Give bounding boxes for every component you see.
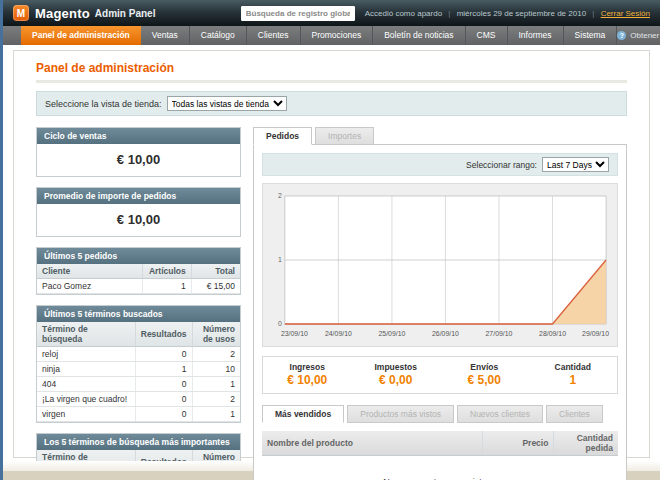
chart-panel: Seleccionar rango: Last 7 Days 01223/09/… (253, 144, 627, 480)
table-cell: 1 (143, 279, 192, 294)
total-label: Envíos (440, 362, 529, 372)
table-row: ninja110 (37, 362, 240, 377)
grid-tab-clientes[interactable]: Clientes (546, 405, 603, 423)
column-header-numero-de-usos: Número de usos (192, 322, 240, 347)
grid-tab-nuevos-clientes[interactable]: Nuevos clientes (457, 405, 543, 423)
column-header-termino-de-busqueda: Término de búsqueda (37, 322, 135, 347)
table-cell: Paco Gomez (37, 279, 143, 294)
svg-text:23/09/10: 23/09/10 (281, 330, 308, 337)
table-cell: virgen (37, 407, 135, 422)
nav-item-clientes[interactable]: Clientes (247, 26, 301, 45)
table-cell: € 15,00 (191, 279, 240, 294)
store-view-bar: Seleccione la vista de tienda: Todas las… (36, 91, 627, 116)
table-cell: 2 (192, 392, 240, 407)
nav-item-informes[interactable]: Informes (508, 26, 564, 45)
grid-tab-productos-mas-vistos[interactable]: Productos más vistos (347, 405, 454, 423)
table-cell: 0 (135, 377, 192, 392)
tab-pedidos[interactable]: Pedidos (253, 127, 312, 145)
table-row: virgen01 (37, 407, 240, 422)
total-value: € 5,00 (440, 373, 529, 387)
nav-item-sistema[interactable]: Sistema (564, 26, 618, 45)
empty-grid-message: No se encontraron registros. (262, 456, 618, 480)
last-search-terms-table: Término de búsquedaResultadosNúmero de u… (37, 322, 240, 422)
table-row: ¡La virgen que cuadro!02 (37, 392, 240, 407)
table-cell: 0 (135, 392, 192, 407)
nav-item-cms[interactable]: CMS (466, 26, 508, 45)
table-cell: reloj (37, 347, 135, 362)
column-header-total: Total (191, 264, 240, 279)
range-select[interactable]: Last 7 Days (542, 157, 609, 172)
global-search-input[interactable] (241, 6, 355, 21)
svg-text:29/09/10: 29/09/10 (582, 330, 609, 337)
lifetime-sales-title: Ciclo de ventas (37, 128, 240, 144)
total-label: Impuestos (352, 362, 441, 372)
dashboard-left-column: Ciclo de ventas € 10,00 Promedio de impo… (36, 127, 241, 480)
table-cell: 1 (192, 377, 240, 392)
help-icon: ? (617, 31, 626, 40)
svg-text:2: 2 (278, 192, 282, 199)
table-row: Paco Gomez1€ 15,00 (37, 279, 240, 294)
svg-text:25/09/10: 25/09/10 (378, 330, 405, 337)
column-header-resultados: Resultados (135, 322, 192, 347)
logged-in-as: Accedió como apardo (365, 9, 442, 18)
dashboard-right-column: PedidosImportes Seleccionar rango: Last … (253, 127, 627, 480)
column-header-cantidad-pedida: Cantidad pedida (554, 431, 618, 456)
lifetime-sales-box: Ciclo de ventas € 10,00 (36, 127, 241, 177)
lifetime-sales-value: € 10,00 (37, 144, 240, 176)
brand-name: Magento (35, 6, 90, 21)
logout-link[interactable]: Cerrar Sesión (601, 9, 650, 18)
main-nav: Panel de administraciónVentasCatálogoCli… (3, 26, 660, 45)
content-wrapper: Panel de administración Seleccione la vi… (13, 50, 650, 458)
totals-row: Ingresos€ 10,00Impuestos€ 0,00Envíos€ 5,… (262, 356, 618, 394)
store-view-select[interactable]: Todas las vistas de tienda (167, 96, 287, 111)
total-cantidad: Cantidad1 (529, 362, 618, 387)
total-ingresos: Ingresos€ 10,00 (263, 362, 352, 387)
grid-tabs: Más vendidosProductos más vistosNuevos c… (262, 405, 618, 423)
tab-importes[interactable]: Importes (315, 127, 374, 145)
bestsellers-grid: Nombre del productoPrecioCantidad pedida… (262, 431, 618, 480)
table-cell: 2 (192, 347, 240, 362)
nav-item-boletin-de-noticias[interactable]: Boletín de noticias (373, 26, 465, 45)
range-label: Seleccionar rango: (466, 160, 537, 170)
table-cell: 1 (192, 407, 240, 422)
total-envios: Envíos€ 5,00 (440, 362, 529, 387)
grid-tab-mas-vendidos[interactable]: Más vendidos (262, 405, 344, 423)
range-bar: Seleccionar rango: Last 7 Days (262, 153, 618, 176)
app-header: M Magento Admin Panel Accedió como apard… (3, 0, 660, 26)
nav-item-promociones[interactable]: Promociones (301, 26, 374, 45)
current-date: miércoles 29 de septiembre de 2010 (457, 9, 586, 18)
store-view-label: Seleccione la vista de tienda: (45, 99, 162, 109)
column-header-articulos: Artículos (143, 264, 192, 279)
last-search-terms-box: Últimos 5 términos buscados Término de b… (36, 305, 241, 423)
average-orders-value: € 10,00 (37, 204, 240, 236)
table-row: 40401 (37, 377, 240, 392)
title-divider (36, 80, 627, 83)
svg-text:1: 1 (278, 256, 282, 263)
total-value: € 0,00 (352, 373, 441, 387)
session-info: Accedió como apardo | miércoles 29 de se… (365, 9, 650, 18)
chart-tabs: PedidosImportes (253, 127, 627, 145)
svg-text:27/09/10: 27/09/10 (486, 330, 513, 337)
last-orders-box: Últimos 5 pedidos ClienteArtículosTotalP… (36, 247, 241, 295)
total-impuestos: Impuestos€ 0,00 (352, 362, 441, 387)
svg-text:26/09/10: 26/09/10 (432, 330, 459, 337)
svg-text:28/09/10: 28/09/10 (539, 330, 566, 337)
page-title: Panel de administración (36, 61, 627, 75)
svg-text:0: 0 (278, 320, 282, 327)
nav-item-ventas[interactable]: Ventas (141, 26, 190, 45)
total-label: Ingresos (263, 362, 352, 372)
table-cell: ¡La virgen que cuadro! (37, 392, 135, 407)
nav-item-catalogo[interactable]: Catálogo (190, 26, 247, 45)
page-help-link[interactable]: ? Obtener ayuda para esta página (617, 26, 660, 45)
last-orders-table: ClienteArtículosTotalPaco Gomez1€ 15,00 (37, 264, 240, 294)
brand-suffix: Admin Panel (95, 8, 156, 19)
nav-item-panel-de-administracion[interactable]: Panel de administración (21, 26, 141, 45)
table-cell: ninja (37, 362, 135, 377)
column-header-nombre-del-producto: Nombre del producto (262, 431, 483, 456)
magento-logo-icon: M (13, 5, 29, 21)
total-value: € 10,00 (263, 373, 352, 387)
table-row: reloj02 (37, 347, 240, 362)
average-orders-title: Promedio de importe de pedidos (37, 188, 240, 204)
svg-text:24/09/10: 24/09/10 (325, 330, 352, 337)
table-cell: 10 (192, 362, 240, 377)
